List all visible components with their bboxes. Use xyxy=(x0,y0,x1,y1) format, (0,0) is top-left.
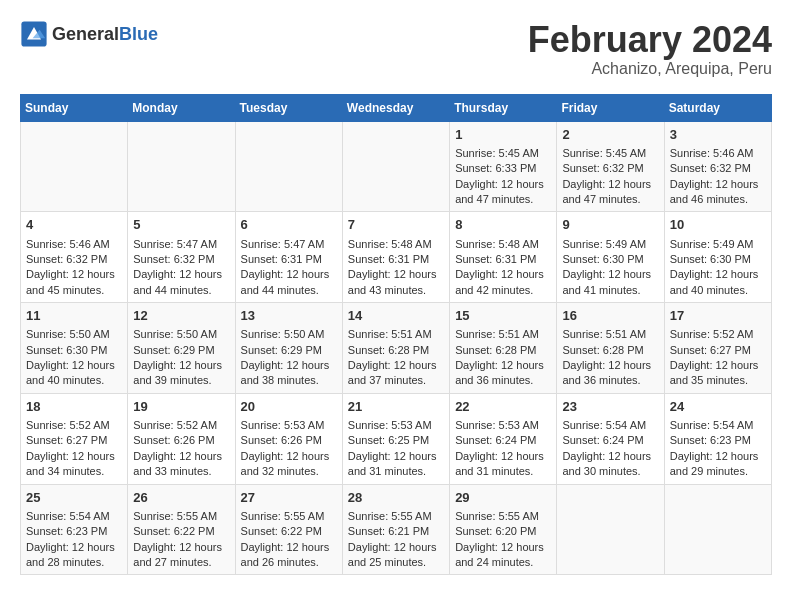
day-info: Daylight: 12 hours and 41 minutes. xyxy=(562,267,658,298)
day-info: Sunset: 6:30 PM xyxy=(26,343,122,358)
calendar-table: SundayMondayTuesdayWednesdayThursdayFrid… xyxy=(20,94,772,576)
calendar-cell: 21Sunrise: 5:53 AMSunset: 6:25 PMDayligh… xyxy=(342,393,449,484)
calendar-cell xyxy=(128,121,235,212)
day-info: Daylight: 12 hours and 32 minutes. xyxy=(241,449,337,480)
day-info: Sunset: 6:21 PM xyxy=(348,524,444,539)
day-number: 15 xyxy=(455,307,551,325)
calendar-cell xyxy=(664,484,771,575)
calendar-cell: 17Sunrise: 5:52 AMSunset: 6:27 PMDayligh… xyxy=(664,303,771,394)
day-info: Sunrise: 5:53 AM xyxy=(455,418,551,433)
day-info: Sunrise: 5:48 AM xyxy=(455,237,551,252)
day-info: Sunrise: 5:52 AM xyxy=(133,418,229,433)
day-info: Sunrise: 5:52 AM xyxy=(670,327,766,342)
calendar-cell: 14Sunrise: 5:51 AMSunset: 6:28 PMDayligh… xyxy=(342,303,449,394)
day-info: Sunrise: 5:50 AM xyxy=(241,327,337,342)
day-info: Sunrise: 5:50 AM xyxy=(26,327,122,342)
day-info: Sunset: 6:26 PM xyxy=(241,433,337,448)
calendar-cell: 22Sunrise: 5:53 AMSunset: 6:24 PMDayligh… xyxy=(450,393,557,484)
calendar-cell: 20Sunrise: 5:53 AMSunset: 6:26 PMDayligh… xyxy=(235,393,342,484)
day-number: 3 xyxy=(670,126,766,144)
day-number: 17 xyxy=(670,307,766,325)
calendar-cell: 28Sunrise: 5:55 AMSunset: 6:21 PMDayligh… xyxy=(342,484,449,575)
day-info: Daylight: 12 hours and 38 minutes. xyxy=(241,358,337,389)
day-info: Daylight: 12 hours and 44 minutes. xyxy=(241,267,337,298)
day-info: Sunset: 6:33 PM xyxy=(455,161,551,176)
calendar-cell: 26Sunrise: 5:55 AMSunset: 6:22 PMDayligh… xyxy=(128,484,235,575)
day-info: Daylight: 12 hours and 35 minutes. xyxy=(670,358,766,389)
calendar-week-2: 4Sunrise: 5:46 AMSunset: 6:32 PMDaylight… xyxy=(21,212,772,303)
calendar-cell xyxy=(342,121,449,212)
day-info: Sunrise: 5:55 AM xyxy=(348,509,444,524)
day-info: Sunrise: 5:46 AM xyxy=(670,146,766,161)
day-info: Daylight: 12 hours and 40 minutes. xyxy=(670,267,766,298)
day-info: Sunrise: 5:49 AM xyxy=(670,237,766,252)
day-info: Daylight: 12 hours and 43 minutes. xyxy=(348,267,444,298)
day-info: Sunrise: 5:51 AM xyxy=(562,327,658,342)
calendar-cell: 1Sunrise: 5:45 AMSunset: 6:33 PMDaylight… xyxy=(450,121,557,212)
day-info: Sunrise: 5:55 AM xyxy=(133,509,229,524)
calendar-subtitle: Achanizo, Arequipa, Peru xyxy=(528,60,772,78)
day-number: 27 xyxy=(241,489,337,507)
day-info: Sunrise: 5:51 AM xyxy=(455,327,551,342)
calendar-cell: 12Sunrise: 5:50 AMSunset: 6:29 PMDayligh… xyxy=(128,303,235,394)
calendar-cell: 5Sunrise: 5:47 AMSunset: 6:32 PMDaylight… xyxy=(128,212,235,303)
day-info: Sunrise: 5:45 AM xyxy=(562,146,658,161)
day-info: Sunset: 6:32 PM xyxy=(562,161,658,176)
day-info: Sunset: 6:23 PM xyxy=(26,524,122,539)
day-number: 10 xyxy=(670,216,766,234)
header-day-sunday: Sunday xyxy=(21,94,128,121)
day-number: 29 xyxy=(455,489,551,507)
day-info: Daylight: 12 hours and 46 minutes. xyxy=(670,177,766,208)
day-info: Daylight: 12 hours and 36 minutes. xyxy=(562,358,658,389)
day-info: Daylight: 12 hours and 30 minutes. xyxy=(562,449,658,480)
day-number: 7 xyxy=(348,216,444,234)
day-info: Daylight: 12 hours and 42 minutes. xyxy=(455,267,551,298)
calendar-week-4: 18Sunrise: 5:52 AMSunset: 6:27 PMDayligh… xyxy=(21,393,772,484)
day-number: 19 xyxy=(133,398,229,416)
day-info: Sunrise: 5:46 AM xyxy=(26,237,122,252)
day-number: 9 xyxy=(562,216,658,234)
calendar-cell: 15Sunrise: 5:51 AMSunset: 6:28 PMDayligh… xyxy=(450,303,557,394)
day-info: Sunset: 6:20 PM xyxy=(455,524,551,539)
day-info: Daylight: 12 hours and 29 minutes. xyxy=(670,449,766,480)
calendar-cell: 11Sunrise: 5:50 AMSunset: 6:30 PMDayligh… xyxy=(21,303,128,394)
day-number: 14 xyxy=(348,307,444,325)
header-day-tuesday: Tuesday xyxy=(235,94,342,121)
header-day-thursday: Thursday xyxy=(450,94,557,121)
day-info: Daylight: 12 hours and 37 minutes. xyxy=(348,358,444,389)
calendar-cell: 13Sunrise: 5:50 AMSunset: 6:29 PMDayligh… xyxy=(235,303,342,394)
calendar-cell: 25Sunrise: 5:54 AMSunset: 6:23 PMDayligh… xyxy=(21,484,128,575)
calendar-cell: 27Sunrise: 5:55 AMSunset: 6:22 PMDayligh… xyxy=(235,484,342,575)
calendar-cell xyxy=(557,484,664,575)
day-info: Sunset: 6:29 PM xyxy=(241,343,337,358)
day-number: 5 xyxy=(133,216,229,234)
day-number: 6 xyxy=(241,216,337,234)
day-info: Sunrise: 5:45 AM xyxy=(455,146,551,161)
day-number: 4 xyxy=(26,216,122,234)
day-number: 13 xyxy=(241,307,337,325)
day-info: Sunset: 6:29 PM xyxy=(133,343,229,358)
calendar-week-3: 11Sunrise: 5:50 AMSunset: 6:30 PMDayligh… xyxy=(21,303,772,394)
day-number: 20 xyxy=(241,398,337,416)
calendar-cell: 19Sunrise: 5:52 AMSunset: 6:26 PMDayligh… xyxy=(128,393,235,484)
header-day-friday: Friday xyxy=(557,94,664,121)
day-info: Daylight: 12 hours and 44 minutes. xyxy=(133,267,229,298)
day-info: Sunrise: 5:50 AM xyxy=(133,327,229,342)
day-number: 28 xyxy=(348,489,444,507)
logo-icon xyxy=(20,20,48,48)
day-info: Sunset: 6:32 PM xyxy=(26,252,122,267)
day-info: Sunset: 6:28 PM xyxy=(348,343,444,358)
day-info: Daylight: 12 hours and 34 minutes. xyxy=(26,449,122,480)
page-header: GeneralBlue February 2024 Achanizo, Areq… xyxy=(20,20,772,78)
day-info: Daylight: 12 hours and 28 minutes. xyxy=(26,540,122,571)
logo: GeneralBlue xyxy=(20,20,158,48)
day-info: Sunset: 6:26 PM xyxy=(133,433,229,448)
day-info: Sunrise: 5:49 AM xyxy=(562,237,658,252)
day-info: Sunset: 6:31 PM xyxy=(455,252,551,267)
day-info: Sunset: 6:22 PM xyxy=(133,524,229,539)
day-info: Sunset: 6:24 PM xyxy=(562,433,658,448)
day-info: Sunrise: 5:54 AM xyxy=(670,418,766,433)
calendar-title: February 2024 xyxy=(528,20,772,60)
day-info: Sunrise: 5:54 AM xyxy=(562,418,658,433)
day-info: Sunrise: 5:55 AM xyxy=(241,509,337,524)
